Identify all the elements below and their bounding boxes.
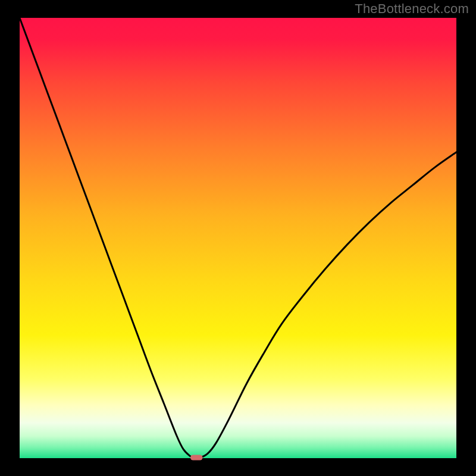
bottleneck-chart [0,0,476,476]
chart-frame: TheBottleneck.com [0,0,476,476]
plot-background [20,18,456,458]
marker-optimal-point [190,455,203,461]
watermark-text: TheBottleneck.com [355,1,469,17]
